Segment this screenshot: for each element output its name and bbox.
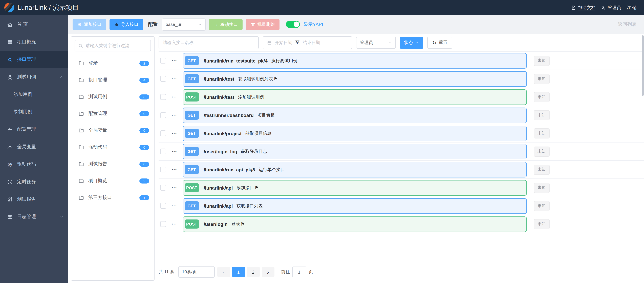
status-filter-button[interactable]: 状态 <box>400 37 423 49</box>
status-badge[interactable]: 未知 <box>534 146 550 156</box>
folder-label: 测试报告 <box>88 161 107 167</box>
status-badge[interactable]: 未知 <box>534 183 550 193</box>
api-card[interactable]: GET/lunarlink/run_api_pk/8运行单个接口 <box>182 162 526 177</box>
api-name-input[interactable]: 请输入接口名称 <box>158 36 259 49</box>
folder-count-badge: 0 <box>140 111 149 116</box>
row-more-icon[interactable]: ••• <box>172 59 177 63</box>
row-more-icon[interactable]: ••• <box>172 113 177 117</box>
api-card[interactable]: GET/lunarlink/test获取测试用例列表⚑ <box>182 71 526 87</box>
sidebar-item-label: 测试用例 <box>17 74 36 80</box>
row-checkbox[interactable] <box>160 130 166 136</box>
add-api-button[interactable]: ⊕ 添加接口 <box>72 19 106 30</box>
row-checkbox[interactable] <box>160 76 166 82</box>
move-api-button[interactable]: → 移动接口 <box>209 19 242 30</box>
tree-folder[interactable]: 配置管理0 <box>71 105 154 122</box>
row-checkbox[interactable] <box>160 149 166 154</box>
api-row: •••POST/lunarlink/test添加测试用例未知 <box>158 88 644 106</box>
api-card[interactable]: GET/fastrunner/dashboard项目看板 <box>182 107 526 123</box>
row-more-icon[interactable]: ••• <box>172 222 177 226</box>
row-checkbox[interactable] <box>160 221 166 227</box>
row-checkbox[interactable] <box>160 203 166 209</box>
tree-folder[interactable]: 登录2 <box>71 55 154 72</box>
folder-label: 全局变量 <box>88 127 107 133</box>
api-card[interactable]: GET/user/login_log获取登录日志 <box>182 144 526 159</box>
api-card[interactable]: POST/user/login登录⚑ <box>182 216 526 232</box>
reset-button[interactable]: ↻ 重置 <box>427 37 452 49</box>
status-badge[interactable]: 未知 <box>534 92 550 102</box>
date-range-picker[interactable]: 开始日期 至 结束日期 <box>263 36 352 49</box>
scrollbar-thumb[interactable] <box>642 35 644 96</box>
api-card[interactable]: POST/lunarlink/api添加接口⚑ <box>182 180 526 195</box>
sidebar-item-test-report[interactable]: 测试报告 <box>0 191 68 208</box>
batch-delete-button[interactable]: 批量删除 <box>246 19 280 30</box>
row-more-icon[interactable]: ••• <box>172 186 177 190</box>
folder-count-badge: 0 <box>140 161 149 167</box>
tree-folder[interactable]: 全局变量0 <box>71 122 154 139</box>
folder-icon <box>78 61 84 66</box>
row-checkbox[interactable] <box>160 94 166 100</box>
method-badge: POST <box>184 92 199 102</box>
api-list-area: 请输入接口名称 开始日期 至 结束日期 管理员 <box>154 34 644 283</box>
user-menu[interactable]: 管理员 <box>601 5 621 11</box>
sidebar-item-global-variables[interactable]: 全局变量 <box>0 138 68 156</box>
import-api-button[interactable]: 导入接口 <box>110 19 143 30</box>
api-card[interactable]: POST/lunarlink/test添加测试用例 <box>182 89 526 105</box>
status-badge[interactable]: 未知 <box>534 56 550 66</box>
row-more-icon[interactable]: ••• <box>172 131 177 135</box>
status-badge[interactable]: 未知 <box>534 201 550 211</box>
row-more-icon[interactable]: ••• <box>172 95 177 99</box>
sidebar-item-config-management[interactable]: 配置管理 <box>0 121 68 138</box>
row-more-icon[interactable]: ••• <box>172 77 177 81</box>
tree-folder[interactable]: 第三方接口1 <box>71 189 154 206</box>
status-badge[interactable]: 未知 <box>534 165 550 175</box>
page-size-select[interactable]: 10条/页 <box>178 266 214 278</box>
row-checkbox[interactable] <box>160 58 166 64</box>
row-checkbox[interactable] <box>160 185 166 191</box>
sidebar-item-add-case[interactable]: 添加用例 <box>0 86 68 103</box>
status-badge[interactable]: 未知 <box>534 110 550 120</box>
api-card[interactable]: GET/lunarlink/api获取接口列表 <box>182 198 526 214</box>
row-more-icon[interactable]: ••• <box>172 168 177 171</box>
sidebar-item-driver-code[interactable]: py驱动代码 <box>0 156 68 173</box>
clock-icon <box>7 179 13 185</box>
sidebar-item-project-overview[interactable]: 项目概况 <box>0 33 68 51</box>
date-start-placeholder: 开始日期 <box>275 40 292 46</box>
page-button[interactable]: 1 <box>232 267 245 277</box>
goto-page-input[interactable]: 1 <box>292 266 306 277</box>
tree-filter-input[interactable]: 请输入关键字进行过滤 <box>74 40 151 52</box>
row-more-icon[interactable]: ••• <box>172 204 177 208</box>
base-url-select[interactable]: base_url <box>162 18 206 31</box>
tree-folder[interactable]: 驱动代码0 <box>71 139 154 156</box>
row-checkbox[interactable] <box>160 167 166 172</box>
sidebar-item-home[interactable]: 首 页 <box>0 16 68 33</box>
page-button[interactable]: 2 <box>247 267 260 277</box>
tree-folder[interactable]: 接口管理4 <box>71 72 154 88</box>
sidebar-item-api-management[interactable]: 接口管理 <box>0 51 68 68</box>
prev-page-button[interactable]: ‹ <box>217 267 230 277</box>
tree-folder[interactable]: 测试用例3 <box>71 88 154 105</box>
api-card[interactable]: GET/lunarlink/project获取项目信息 <box>182 126 526 141</box>
folder-icon <box>78 145 84 150</box>
show-yapi-toggle[interactable] <box>286 21 300 28</box>
row-checkbox[interactable] <box>160 112 166 118</box>
next-page-button[interactable]: › <box>262 267 274 277</box>
user-icon <box>601 5 606 10</box>
goto-label: 前往 <box>281 269 290 275</box>
creator-select[interactable]: 管理员 <box>356 37 396 49</box>
sidebar-item-test-case[interactable]: 测试用例 <box>0 68 68 86</box>
method-badge: GET <box>184 56 199 65</box>
help-docs-link[interactable]: 帮助文档 <box>571 5 596 11</box>
sidebar-item-scheduled-tasks[interactable]: 定时任务 <box>0 173 68 191</box>
folder-count-badge: 2 <box>140 178 149 183</box>
status-badge[interactable]: 未知 <box>534 74 550 84</box>
sidebar-item-record-case[interactable]: 录制用例 <box>0 103 68 121</box>
sidebar-item-log-management[interactable]: 日志管理 <box>0 208 68 225</box>
status-badge[interactable]: 未知 <box>534 219 550 229</box>
row-more-icon[interactable]: ••• <box>172 150 177 153</box>
tree-folder[interactable]: 测试报告0 <box>71 156 154 172</box>
logout-link[interactable]: 注 销 <box>627 5 636 11</box>
back-to-list-link[interactable]: 返回列表 <box>618 21 636 27</box>
status-badge[interactable]: 未知 <box>534 128 550 138</box>
api-card[interactable]: GET/lunarlink/run_testsuite_pk/4执行测试用例 <box>182 53 526 68</box>
tree-folder[interactable]: 项目概览2 <box>71 172 154 189</box>
